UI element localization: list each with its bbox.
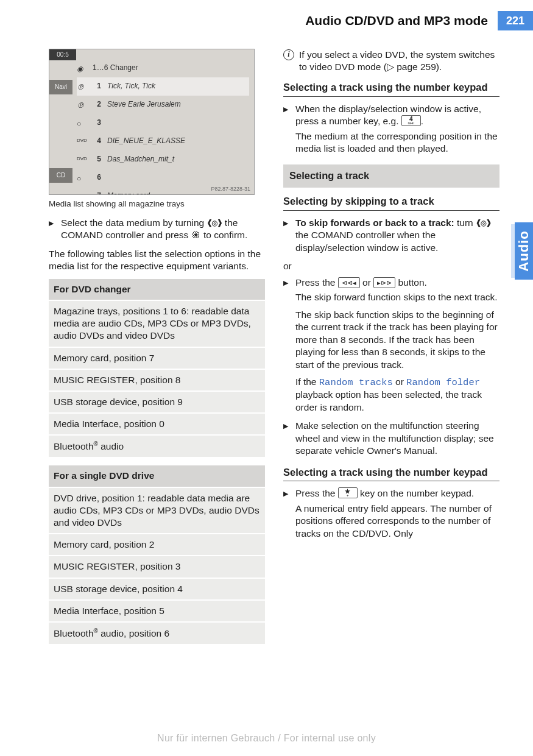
ss-row-3: ○3	[77, 114, 249, 132]
table-row: MUSIC REGISTER, position 3	[49, 555, 265, 577]
step-marker-icon	[283, 420, 292, 457]
skip-forward-note: The skip forward function skips to the n…	[295, 291, 499, 303]
step-marker-icon	[49, 217, 57, 242]
key-4-icon: 4GHI	[401, 115, 421, 126]
ss-navi-tab: Navi	[49, 80, 72, 94]
disc-icon: ℗	[77, 83, 86, 90]
disc-icon: ℗	[77, 101, 86, 108]
step-result: The medium at the corresponding position…	[295, 130, 499, 155]
info-icon: i	[283, 49, 294, 60]
heading-skip-track: Selecting by skipping to a track	[283, 195, 499, 211]
table-row: Memory card, position 7	[49, 347, 265, 369]
skip-forward-icon: ▸⊳⊳	[373, 277, 395, 288]
left-column: 00:5 Navi CD ◉ 1…6 Changer ℗1Tick, Tick,…	[49, 49, 265, 652]
ss-row-2: ℗2Steve Earle Jerusalem	[77, 96, 249, 114]
watermark: Nur für internen Gebrauch / For internal…	[0, 733, 533, 744]
table-head: For DVD changer	[49, 279, 265, 300]
controller-turn-icon: ❰◎❱	[476, 217, 491, 228]
table-row: Magazine trays, positions 1 to 6: readab…	[49, 300, 265, 346]
ss-row-5: DVD5Das_Madchen_mit_t	[77, 150, 249, 169]
table-single-dvd: For a single DVD drive DVD drive, positi…	[49, 465, 265, 644]
page-number: 221	[498, 11, 533, 30]
info-note: i If you select a video DVD, the system …	[283, 49, 499, 74]
menu-option-random-folder: Random folder	[406, 377, 480, 388]
step-marker-icon	[283, 487, 292, 540]
table-row: MUSIC REGISTER, position 8	[49, 369, 265, 390]
para-selection-options: The following tables list the selection …	[49, 248, 265, 273]
key-star-icon: ★+	[338, 487, 358, 498]
ss-ref-code: P82.87-8228-31	[211, 186, 250, 193]
ss-list: ◉ 1…6 Changer ℗1Tick, Tick, Tick ℗2Steve…	[77, 59, 249, 195]
menu-option-random-tracks: Random tracks	[319, 377, 393, 388]
step-marker-icon	[283, 217, 292, 254]
heading-number-keypad: Selecting a track using the number keypa…	[283, 81, 499, 97]
step-press-skip-buttons: Press the ⊲⊲◂ or ▸⊳⊳ button. The skip fo…	[283, 277, 499, 414]
dvd-icon: DVD	[77, 156, 86, 163]
section-selecting-track: Selecting a track	[283, 164, 499, 188]
page-title: Audio CD/DVD and MP3 mode	[305, 13, 488, 28]
ss-row-4: DVD4DIE_NEUE_E_KLASSE	[77, 132, 249, 150]
heading-number-keypad-2: Selecting a track using the number keypa…	[283, 466, 499, 482]
step-marker-icon	[283, 103, 292, 155]
card-icon: ▭	[77, 193, 86, 196]
controller-press-icon: ֍	[191, 230, 201, 240]
xref-icon: ▷	[387, 62, 397, 72]
ss-row-1: ℗1Tick, Tick, Tick	[77, 77, 249, 96]
empty-icon: ○	[77, 119, 86, 127]
table-dvd-changer: For DVD changer Magazine trays, position…	[49, 279, 265, 457]
skip-back-icon: ⊲⊲◂	[338, 277, 360, 288]
ss-cd-tab: CD	[49, 168, 72, 183]
media-list-screenshot: 00:5 Navi CD ◉ 1…6 Changer ℗1Tick, Tick,…	[49, 49, 255, 195]
dvd-icon: DVD	[77, 138, 86, 145]
section-tab-shadow	[511, 224, 515, 278]
step-marker-icon	[283, 277, 292, 414]
star-result: A numerical entry field appears. The num…	[295, 503, 499, 540]
ss-changer-row: ◉ 1…6 Changer	[77, 59, 249, 77]
controller-turn-icon: ❰◎❱	[207, 217, 222, 228]
table-row: Media Interface, position 0	[49, 412, 265, 434]
section-tab-audio: Audio	[515, 222, 533, 280]
step-select-medium: Select the data medium by turning ❰◎❱ th…	[49, 217, 265, 242]
table-head: For a single DVD drive	[49, 465, 265, 486]
skip-back-note: The skip back function skips to the begi…	[295, 309, 499, 371]
or-separator: or	[283, 260, 499, 272]
disc-icon: ◉	[77, 65, 86, 72]
table-row: Bluetooth® audio, position 6	[49, 621, 265, 644]
table-row: Bluetooth® audio	[49, 434, 265, 457]
table-row: DVD drive, position 1: readable data med…	[49, 487, 265, 533]
table-row: Memory card, position 2	[49, 533, 265, 555]
table-row: USB storage device, position 4	[49, 578, 265, 599]
step-press-star: Press the ★+ key on the number keypad. A…	[283, 487, 499, 540]
empty-icon: ○	[77, 174, 86, 182]
table-row: Media Interface, position 5	[49, 599, 265, 621]
ss-row-6: ○6	[77, 169, 249, 187]
random-note: If the Random tracks or Random folder pl…	[295, 376, 499, 414]
table-row: USB storage device, position 9	[49, 390, 265, 412]
step-multifunction: Make selection on the multifunction stee…	[283, 420, 499, 457]
step-press-number: When the display/selection window is act…	[283, 103, 499, 155]
header: Audio CD/DVD and MP3 mode 221	[0, 11, 533, 29]
right-column: i If you select a video DVD, the system …	[283, 49, 499, 652]
step-skip: To skip forwards or back to a track: tur…	[283, 217, 499, 254]
ss-time: 00:5	[49, 49, 76, 60]
screenshot-caption: Media list showing all magazine trays	[49, 199, 265, 210]
